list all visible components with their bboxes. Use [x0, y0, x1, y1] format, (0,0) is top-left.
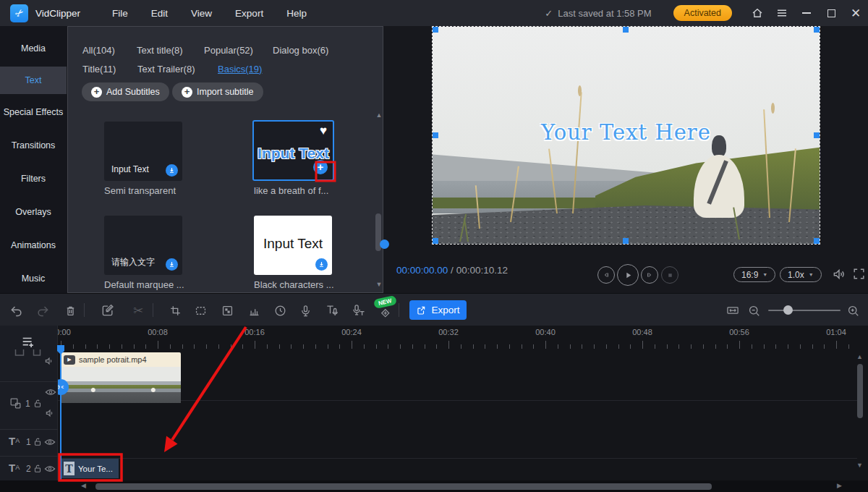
vscroll-up-icon[interactable]: ▲	[856, 353, 863, 360]
video-preview-frame[interactable]: Your Text Here	[433, 27, 820, 244]
timeline-zoom-slider[interactable]	[768, 310, 841, 311]
template-card-semi-transparent[interactable]: Input Text	[104, 122, 182, 181]
export-button[interactable]: Export	[409, 300, 467, 320]
undo-icon[interactable]	[9, 302, 25, 318]
selection-handle[interactable]	[814, 238, 820, 244]
tab-title[interactable]: Title(11)	[82, 64, 116, 75]
zoom-in-icon[interactable]	[845, 302, 861, 318]
template-card-selected[interactable]: ♥ Input Text +	[252, 120, 334, 181]
panel-resize-handle[interactable]	[380, 239, 389, 249]
ruler-tick	[570, 344, 571, 349]
crop-icon[interactable]	[167, 302, 183, 318]
tab-text-title[interactable]: Text title(8)	[137, 45, 183, 56]
activated-button[interactable]: Activated	[673, 5, 732, 21]
stop-button[interactable]	[661, 266, 678, 284]
horizontal-scrollbar-thumb[interactable]	[95, 483, 712, 490]
maximize-icon[interactable]	[819, 4, 843, 22]
selection-handle[interactable]	[814, 27, 820, 33]
sidebar-item-text[interactable]: Text	[0, 67, 67, 94]
ruler-tick	[425, 344, 425, 349]
video-clip[interactable]: ▶ sample potrait.mp4 ✂	[61, 352, 181, 403]
tab-all[interactable]: All(104)	[82, 45, 115, 56]
vertical-scrollbar-thumb[interactable]	[857, 364, 863, 418]
selection-handle[interactable]	[623, 238, 629, 244]
tab-dialog-box[interactable]: Dialog box(6)	[273, 45, 328, 56]
heart-icon[interactable]: ♥	[320, 124, 327, 138]
delete-icon[interactable]	[62, 302, 78, 318]
edit-icon[interactable]	[100, 302, 116, 318]
track-visibility-eye-icon[interactable]	[44, 438, 56, 446]
previous-frame-button[interactable]	[597, 266, 615, 284]
template-card-black-characters[interactable]: Input Text	[254, 216, 332, 275]
minimize-icon[interactable]	[794, 4, 819, 22]
vscroll-down-icon[interactable]: ▼	[856, 462, 863, 469]
sidebar-item-overlays[interactable]: Overlays	[0, 197, 67, 227]
menu-edit[interactable]: Edit	[140, 8, 179, 19]
download-icon[interactable]	[166, 258, 178, 271]
timeline-zoom-slider-thumb[interactable]	[783, 305, 793, 315]
tab-popular[interactable]: Popular(52)	[204, 45, 253, 56]
zoom-out-icon[interactable]	[746, 302, 762, 318]
import-subtitle-button[interactable]: + Import subtitle	[172, 82, 263, 101]
download-icon[interactable]	[166, 164, 178, 177]
selection-handle[interactable]	[433, 132, 438, 138]
voiceover-mic-icon[interactable]	[297, 302, 313, 318]
ruler-tick	[376, 344, 377, 349]
menu-hamburger-icon[interactable]	[770, 4, 794, 22]
fit-timeline-icon[interactable]	[725, 302, 741, 318]
sidebar-item-transitions[interactable]: Transitions	[0, 130, 67, 161]
play-button[interactable]	[617, 264, 639, 286]
menu-view[interactable]: View	[179, 8, 224, 19]
close-icon[interactable]: ✕	[843, 4, 868, 22]
canvas-resize-icon[interactable]	[192, 302, 208, 318]
add-template-icon[interactable]: +	[313, 160, 328, 174]
timeline-ruler[interactable]: 00:0000:0800:1600:2400:3200:4000:4800:56…	[58, 326, 857, 349]
menu-export[interactable]: Export	[224, 8, 275, 19]
sidebar-item-animations[interactable]: Animations	[0, 230, 67, 260]
sidebar-item-music[interactable]: Music	[0, 263, 67, 294]
template-card-default-marquee[interactable]: 请输入文字	[104, 216, 182, 275]
download-icon[interactable]	[315, 258, 328, 271]
hscroll-left-icon[interactable]: ◀	[81, 482, 86, 489]
tab-text-trailer[interactable]: Text Trailer(8)	[137, 64, 195, 75]
track-visibility-eye-icon[interactable]	[45, 388, 56, 396]
mosaic-icon[interactable]	[219, 302, 235, 318]
sidebar-item-media[interactable]: Media	[0, 33, 67, 64]
track-visibility-eye-icon[interactable]	[44, 465, 56, 473]
add-track-icon[interactable]	[20, 334, 36, 350]
aspect-ratio-dropdown[interactable]: 16:9 ▼	[733, 267, 775, 282]
lock-icon[interactable]	[33, 398, 43, 409]
tab-basics[interactable]: Basics(19)	[218, 64, 262, 75]
sidebar-item-special-effects[interactable]: Special Effects	[0, 97, 67, 127]
speech-to-text-icon[interactable]	[351, 302, 367, 318]
volume-icon[interactable]	[832, 267, 846, 284]
lock-icon[interactable]	[33, 463, 43, 474]
home-icon[interactable]	[745, 4, 770, 22]
fullscreen-icon[interactable]	[852, 267, 866, 284]
selection-handle[interactable]	[623, 27, 629, 33]
audio-levels-icon[interactable]	[246, 302, 262, 318]
text-overlay[interactable]: Your Text Here	[433, 120, 820, 145]
text-to-speech-icon[interactable]	[324, 302, 340, 318]
playhead-line[interactable]	[60, 345, 61, 480]
menu-help[interactable]: Help	[275, 8, 318, 19]
track-volume-icon[interactable]	[44, 407, 56, 419]
playback-speed-dropdown[interactable]: 1.0x ▼	[780, 267, 822, 282]
duration-clock-icon[interactable]	[272, 302, 288, 318]
partial-track-icon	[32, 349, 42, 357]
split-scissors-icon[interactable]: ✂	[130, 302, 146, 318]
panel-scroll-up-icon[interactable]: ▲	[375, 111, 383, 119]
panel-scroll-down-icon[interactable]: ▼	[375, 281, 383, 288]
track-volume-icon[interactable]	[43, 355, 55, 367]
lock-icon[interactable]	[33, 436, 43, 447]
hscroll-right-icon[interactable]: ▶	[837, 482, 842, 489]
selection-handle[interactable]	[814, 132, 820, 138]
menu-file[interactable]: File	[101, 8, 140, 19]
add-subtitles-button[interactable]: + Add Subtitles	[82, 82, 169, 101]
sidebar-item-filters[interactable]: Filters	[0, 164, 67, 194]
selection-handle[interactable]	[433, 238, 438, 244]
next-frame-button[interactable]	[641, 266, 658, 284]
redo-icon[interactable]	[35, 302, 51, 318]
selection-handle[interactable]	[433, 27, 438, 33]
text-clip[interactable]: T Your Te...	[61, 459, 119, 478]
